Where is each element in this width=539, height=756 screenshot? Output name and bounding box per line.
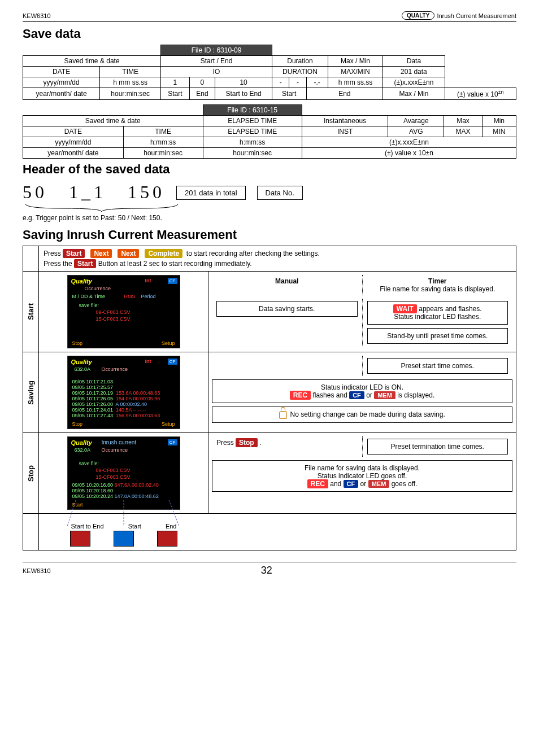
t1-hms: h mm ss.ss [100,77,161,88]
start-end-box-2 [114,531,134,547]
t2-elapsed2: ELAPSED TIME [203,126,302,137]
header-right: QUALTY Inrush Current Measurement [402,11,516,20]
t1-start: Start [161,88,190,100]
wait-box: WAIT appears and flashes. Status indicat… [367,301,508,325]
timer-desc: File name for saving data is displayed. [380,285,495,293]
t2-min: Min [482,116,516,126]
t1-time: TIME [100,67,161,77]
t1-hms2: hour:min:sec [100,88,161,100]
t1-exn: (±)x.xxxE±nn [383,77,445,88]
t1-d3: -.- [306,77,328,88]
led-on-box: Status indicator LED is ON. REC flashes … [212,379,512,403]
t1-duration: Duration [272,56,328,67]
footer-left: KEW6310 [23,567,51,574]
rec-chip-2: REC [307,479,328,488]
stop-button[interactable]: Stop [236,438,258,447]
manual-label: Manual [275,277,298,285]
goes-off-box: File name for saving data is displayed. … [212,460,512,492]
file-id-2: File ID : 6310-15 [203,105,302,116]
complete-button[interactable]: Complete [145,249,182,258]
t2-ymd: year/month/ date [23,148,124,159]
t1-saved: Saved time & date [23,56,161,67]
data-saving-starts: Data saving starts. [216,301,358,317]
t1-dur2: DURATION [272,67,328,77]
t1-yyyy: yyyy/mm/dd [23,77,100,88]
start-end-diagram: Start to End Start End [59,523,189,547]
cf-chip-2: CF [344,480,359,488]
t1-end2: End [306,88,383,100]
standby-box: Stand-by until preset time comes. [367,328,508,344]
start-end-box-3 [157,531,177,547]
t1-mm2: MAX/MIN [328,67,382,77]
file-table-2: File ID : 6310-15 Saved time & date ELAP… [23,104,516,159]
t1-io: IO [161,67,272,77]
t1-d1: - [272,77,289,88]
preset-term-box: Preset termination time comes. [367,439,508,455]
t2-max: Max [444,116,482,126]
next-button-2[interactable]: Next [118,249,139,258]
header-section: Inrush Current Measurement [437,12,516,19]
t2-hms4: hour:min:sec [203,148,302,159]
timer-label: Timer [428,277,446,285]
t1-0: 0 [189,77,215,88]
t2-elapsed: ELAPSED TIME [203,116,302,126]
brace-icon [23,203,181,213]
t1-ymd: year/month/ date [23,88,100,100]
lock-icon [279,411,287,419]
header-left: KEW6310 [23,12,51,19]
t2-val10: (±) value x 10±n [302,148,516,159]
t2-time: TIME [123,126,203,137]
stage-start-label: Start [27,303,35,320]
t2-avg: Avarage [388,116,444,126]
t1-201: 201 data [383,67,445,77]
t2-min2: MIN [482,126,516,137]
next-button-1[interactable]: Next [90,249,112,258]
rec-chip: REC [290,391,311,400]
t1-ste: Start to End [215,88,272,100]
t1-1: 1 [161,77,190,88]
t2-inst2: INST [302,126,388,137]
t1-maxmin: Max / Min [328,56,382,67]
t2-max2: MAX [444,126,482,137]
t2-exn: (±)x.xxxE±nn [302,137,516,148]
no-setting-box: No setting change can be made during dat… [212,407,512,423]
t2-hms3: hour:min:sec [123,148,203,159]
start-button-2[interactable]: Start [74,259,96,268]
datano-box: Data No. [257,186,303,200]
preset-start-box: Preset start time comes. [367,358,508,374]
t1-d2: - [289,77,306,88]
save-data-title: Save data [23,27,516,41]
wait-chip: WAIT [393,304,417,313]
mem-chip: MEM [374,391,395,399]
t1-date: DATE [23,67,100,77]
cf-chip: CF [349,391,364,399]
qualty-badge: QUALTY [402,11,434,20]
t2-saved: Saved time & date [23,116,203,126]
file-id-1: File ID : 6310-09 [161,45,272,56]
t1-mm3: Max / Min [383,88,445,100]
start-end-box-1 [70,531,90,547]
t1-start2: Start [272,88,306,100]
t1-val10: (±) value x 10±n [445,88,516,100]
t2-yyyy: yyyy/mm/dd [23,137,124,148]
file-table-1: File ID : 6310-09 Saved time & date Star… [23,45,516,100]
t2-hms: h:mm:ss [123,137,203,148]
t1-d4: h mm ss.ss [328,77,382,88]
header-saved-title: Header of the saved data [23,162,516,177]
footer-page: 32 [261,565,272,576]
start-button[interactable]: Start [63,249,85,258]
stage-stop-label: Stop [27,465,35,482]
press-row-1: Press Start Next Next Complete to start … [44,250,511,257]
t1-end: End [189,88,215,100]
saving-title: Saving Inrush Current Measurement [23,228,516,242]
trigger-note: e.g. Trigger point is set to Past: 50 / … [23,214,516,222]
t1-10: 10 [215,77,272,88]
t2-hms2: h:mm:ss [203,137,302,148]
press-row-2: Press the Start Button at least 2 sec to… [44,260,511,268]
t1-startend: Start / End [161,56,272,67]
flow-diagram: Press Start Next Next Complete to start … [23,246,516,550]
screenshot-saving: Quality Int CF 632.0A Occurrence 09/05 1… [67,356,180,429]
t2-date: DATE [23,126,124,137]
screenshot-start: Quality Int CF Occurrence M / DD & Time … [67,275,180,348]
t2-inst: Instantaneous [302,116,388,126]
